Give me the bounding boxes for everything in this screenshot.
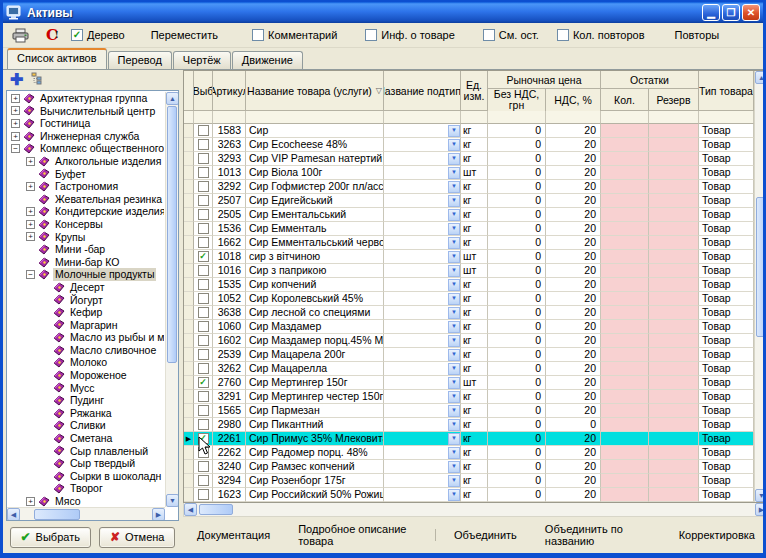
row-checkbox[interactable]: ✓: [198, 209, 209, 220]
table-row[interactable]: ▶ ✓ 1013 Сир Віола 100г ▼ шт 0 20 Товар: [184, 166, 754, 180]
tab[interactable]: Список активов: [7, 48, 107, 69]
tree-item[interactable]: Йогурт: [7, 294, 164, 307]
subtype-dropdown[interactable]: ▼: [448, 461, 460, 473]
table-row[interactable]: ▶ ✓ 1018 сир з вітчиною ▼ шт 0 20 Товар: [184, 250, 754, 264]
tree-item[interactable]: Сыр твердый: [7, 457, 164, 470]
subtype-dropdown[interactable]: ▼: [448, 391, 460, 403]
tree-item[interactable]: Буфет: [7, 168, 164, 181]
tree-checkbox[interactable]: ✓ Дерево: [71, 29, 125, 41]
subtype-dropdown[interactable]: ▼: [448, 475, 460, 487]
table-row[interactable]: ▶ ✓ 2262 Сир Радомер порц. 48% ▼ кг 0 20…: [184, 446, 754, 460]
tree-item[interactable]: Мороженое: [7, 369, 164, 382]
grid-hscroll-thumb[interactable]: [199, 504, 233, 515]
tree-expander-icon[interactable]: +: [26, 232, 35, 241]
tree-item[interactable]: Маргарин: [7, 319, 164, 332]
tree-item[interactable]: Творог: [7, 482, 164, 495]
table-row[interactable]: ▶ ✓ 1583 Сир ▼ кг 0 20 Товар: [184, 124, 754, 138]
scroll-up-icon[interactable]: ▲: [755, 71, 766, 84]
table-row[interactable]: ▶ ✓ 1662 Сир Емментальський червоний ▼ к…: [184, 236, 754, 250]
cancel-button[interactable]: ✘ Отмена: [99, 527, 176, 548]
tree-item[interactable]: + Инженерная служба: [7, 130, 164, 143]
table-row[interactable]: ▶ ✓ 3293 Сир VIP Pamesan натертий 40г ▼ …: [184, 152, 754, 166]
tab[interactable]: Перевод: [108, 51, 172, 69]
table-row[interactable]: ▶ ✓ 1565 Сир Пармезан ▼ кг 0 20 Товар: [184, 404, 754, 418]
row-checkbox[interactable]: ✓: [198, 405, 209, 416]
scroll-up-icon[interactable]: ▲: [166, 92, 179, 105]
repeats-button[interactable]: Повторы: [675, 29, 720, 41]
scroll-left-icon[interactable]: ◀: [7, 508, 20, 521]
subtype-dropdown[interactable]: ▼: [448, 195, 460, 207]
tree-item[interactable]: + Крупы: [7, 231, 164, 244]
row-checkbox[interactable]: ✓: [198, 279, 209, 290]
subtype-dropdown[interactable]: ▼: [448, 335, 460, 347]
header-sel[interactable]: Выб: [194, 71, 213, 111]
tree-item[interactable]: + Гастрономия: [7, 180, 164, 193]
row-checkbox[interactable]: ✓: [198, 293, 209, 304]
print-button[interactable]: [9, 25, 31, 45]
table-row[interactable]: ▶ ✓ 3240 Сир Рамзес копчений ▼ кг 0 20 Т…: [184, 460, 754, 474]
row-checkbox[interactable]: ✓: [198, 307, 209, 318]
add-category-button[interactable]: ✚: [10, 73, 23, 87]
tree-structure-button[interactable]: [31, 71, 45, 89]
bottom-bar-action[interactable]: Подробное описание товара: [284, 523, 431, 547]
sort-icon[interactable]: ▽: [376, 86, 382, 95]
tree-item[interactable]: Кефир: [7, 306, 164, 319]
tree-expander-icon[interactable]: +: [11, 94, 20, 103]
table-row[interactable]: ▶ ✓ 3262 Сир Мацарелла ▼ кг 0 20 Товар: [184, 362, 754, 376]
subtype-dropdown[interactable]: ▼: [448, 405, 460, 417]
row-checkbox[interactable]: ✓: [198, 265, 209, 276]
bottom-bar-action[interactable]: Объединить: [435, 529, 531, 541]
subtype-dropdown[interactable]: ▼: [448, 209, 460, 221]
tree-expander-icon[interactable]: +: [26, 157, 35, 166]
row-checkbox[interactable]: ✓: [198, 433, 209, 444]
table-row[interactable]: ▶ ✓ 2760 Сир Мертингер 150г ▼ шт 0 20 То…: [184, 376, 754, 390]
grid-vertical-scrollbar[interactable]: ▲ ▼: [754, 71, 766, 502]
subtype-dropdown[interactable]: ▼: [448, 223, 460, 235]
subtype-dropdown[interactable]: ▼: [448, 321, 460, 333]
tree-item[interactable]: Масло сливочное: [7, 344, 164, 357]
subtype-dropdown[interactable]: ▼: [448, 237, 460, 249]
subtype-dropdown[interactable]: ▼: [448, 293, 460, 305]
header-qty[interactable]: Кол.: [601, 89, 649, 111]
tree-item[interactable]: + Мясо: [7, 495, 164, 507]
table-row[interactable]: ▶ ✓ 3291 Сир Мертингер честер 150г ▼ кг …: [184, 390, 754, 404]
table-row[interactable]: ▶ ✓ 1052 Сир Королевський 45% ▼ кг 0 20 …: [184, 292, 754, 306]
tree-expander-icon[interactable]: +: [26, 220, 35, 229]
header-name[interactable]: Название товара (услуги) ▽: [246, 71, 384, 111]
tab[interactable]: Чертёж: [173, 51, 231, 69]
bottom-bar-action[interactable]: Объединить по названию: [531, 523, 665, 547]
table-row[interactable]: ▶ ✓ 1602 Сир Маздамер порц.45% Млекови ▼…: [184, 334, 754, 348]
subtype-dropdown[interactable]: ▼: [448, 125, 460, 137]
table-row[interactable]: ▶ ✓ 1623 Сир Российский 50% Рожище ▼ кг …: [184, 488, 754, 502]
header-unit[interactable]: Ед. изм.: [461, 71, 488, 111]
grid-horizontal-scrollbar[interactable]: ◀ ▶: [183, 503, 766, 517]
subtype-dropdown[interactable]: ▼: [448, 139, 460, 151]
table-row[interactable]: ▶ ✓ 3638 Сир лесной со специями ▼ кг 0 2…: [184, 306, 754, 320]
tree-item[interactable]: Сливки: [7, 419, 164, 432]
header-reserve[interactable]: Резерв: [649, 89, 699, 111]
tree-item[interactable]: Ряжанка: [7, 407, 164, 420]
see-stock-checkbox[interactable]: ✓ См. ост.: [483, 29, 539, 41]
subtype-dropdown[interactable]: ▼: [448, 251, 460, 263]
header-subtype[interactable]: Название подтипа: [384, 71, 461, 111]
tree-item[interactable]: Мини-бар КО: [7, 256, 164, 269]
tree-item[interactable]: Сырки в шоколадн: [7, 470, 164, 483]
tree-item[interactable]: − Молочные продукты: [7, 268, 164, 281]
table-row[interactable]: ▶ ✓ 3292 Сир Гофмистер 200г пл/ассорти ▼…: [184, 180, 754, 194]
move-button[interactable]: Переместить: [151, 29, 218, 41]
row-checkbox[interactable]: ✓: [198, 391, 209, 402]
tree-item[interactable]: Сметана: [7, 432, 164, 445]
tree-item[interactable]: + Кондитерские изделия: [7, 205, 164, 218]
subtype-dropdown[interactable]: ▼: [448, 447, 460, 459]
table-row[interactable]: ▶ ✓ 2980 Сир Пикантний ▼ кг 0 0 Товар: [184, 418, 754, 432]
row-checkbox[interactable]: ✓: [198, 363, 209, 374]
tree-expander-icon[interactable]: +: [11, 132, 20, 141]
row-checkbox[interactable]: ✓: [198, 447, 209, 458]
table-row[interactable]: ▶ ✓ 2539 Сир Мацарела 200г ▼ кг 0 20 Тов…: [184, 348, 754, 362]
table-row[interactable]: ▶ ✓ 2505 Сир Ементальський ▼ кг 0 20 Тов…: [184, 208, 754, 222]
table-row[interactable]: ▶ ✓ 1535 Сир копчений ▼ кг 0 20 Товар: [184, 278, 754, 292]
tree-item[interactable]: − Комплекс общественного: [7, 142, 164, 155]
header-market-price[interactable]: Рыночная цена: [488, 71, 601, 89]
subtype-dropdown[interactable]: ▼: [448, 433, 460, 445]
subtype-dropdown[interactable]: ▼: [448, 419, 460, 431]
